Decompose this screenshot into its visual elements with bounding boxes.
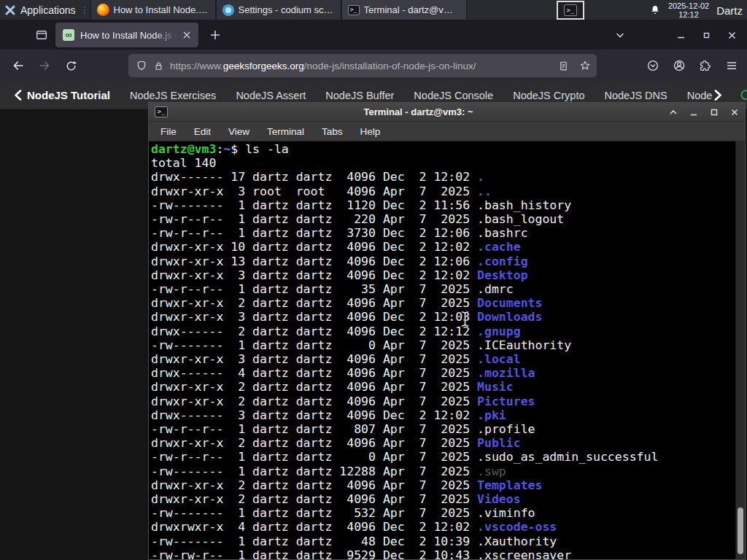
terminal-row: drwxr-xr-x 2 dartz dartz 4096 Apr 7 2025… [151,478,733,492]
nav-item[interactable]: NodeJS Buffer [325,90,394,101]
reader-mode-icon[interactable] [558,61,569,71]
tab-title: How to Install Node.js on [80,30,179,41]
taskbar-item-title: How to Install Node.js o... [114,4,209,15]
url-bar[interactable]: https://www.geeksforgeeks.org/node-js/in… [128,54,597,77]
panel-clock[interactable]: 2025-12-02 12:12 [668,1,709,19]
clock-date: 2025-12-02 [668,1,709,10]
forward-icon[interactable] [34,55,55,77]
nav-item-tutorial[interactable]: NodeJS Tutorial [27,89,110,101]
nav-back-chevron-icon[interactable] [13,90,23,101]
menu-help[interactable]: Help [360,126,381,137]
close-icon[interactable] [727,31,737,40]
terminal-row: -rw-r--r-- 1 dartz dartz 220 Apr 7 2025 … [151,212,733,226]
nav-item[interactable]: NodeJS Assert [236,90,306,101]
ibeam-cursor [460,311,470,327]
extensions-puzzle-icon[interactable] [699,59,712,72]
terminal-title-bar[interactable]: >_ Terminal - dartz@vm3: ~ [149,103,745,122]
system-tray: 2025-12-02 12:12 Dartz [649,0,747,20]
prompt-user: dartz@vm3 [151,142,216,156]
terminal-row: -rw-r--r-- 1 dartz dartz 0 Apr 7 2025 .s… [151,450,733,464]
terminal-row: -rw-r--r-- 1 dartz dartz 3730 Dec 2 12:0… [151,226,733,240]
tab-close-icon[interactable] [179,28,194,42]
taskbar-item-terminal[interactable]: >_ Terminal - dartz@vm3: ~ [341,0,467,20]
minimize-icon[interactable] [676,31,686,40]
terminal-row: -rw------- 1 dartz dartz 48 Dec 2 10:39 … [151,534,733,548]
desktop: Applications How to Install Node.js o...… [0,0,747,560]
list-all-tabs-icon[interactable] [615,30,625,40]
terminal-row: -rw-r--r-- 1 dartz dartz 35 Apr 7 2025 .… [151,282,733,296]
terminal-icon: >_ [155,106,168,117]
menu-edit[interactable]: Edit [194,126,211,137]
shield-icon[interactable] [136,60,147,71]
terminal-screen[interactable]: dartz@vm3:~$ ls -la total 140 drwx------… [149,141,745,559]
url-domain: geeksforgeeks.org [223,61,304,71]
command-text: ls -la [245,142,289,156]
shade-icon[interactable] [669,108,678,117]
terminal-window-controls [669,108,739,117]
reload-icon[interactable] [60,55,82,77]
nav-item[interactable]: NodeJS Crypto [513,90,584,101]
taskbar-item-firefox[interactable]: How to Install Node.js o... [90,0,216,20]
nav-item[interactable]: NodeJS Exercises [130,90,216,101]
terminal-row: drwxr-xr-x 2 dartz dartz 4096 Apr 7 2025… [151,380,733,394]
terminal-window: >_ Terminal - dartz@vm3: ~ File Edit [148,102,746,560]
notification-bell-icon[interactable] [649,4,661,16]
terminal-row: drwxr-xr-x 3 dartz dartz 4096 Dec 2 12:0… [151,268,733,282]
back-icon[interactable] [7,55,29,77]
lock-icon[interactable] [153,61,164,71]
terminal-row: -rw-r--r-- 1 dartz dartz 807 Apr 7 2025 … [151,422,733,436]
applications-label: Applications [20,4,76,16]
terminal-row: drwxr-xr-x 2 dartz dartz 4096 Apr 7 2025… [151,296,733,310]
url-path: /node-js/installation-of-node-js-on-linu… [304,61,476,71]
terminal-row: -rw------- 1 dartz dartz 0 Apr 7 2025 .I… [151,338,733,352]
browser-tab-active[interactable]: ∞ How to Install Node.js on [55,23,198,47]
bookmark-star-icon[interactable] [579,60,591,71]
toolbar-right-icons [646,50,747,82]
menu-tabs[interactable]: Tabs [322,126,343,137]
taskbar-item-title: Settings - codium script... [239,4,335,15]
panel-separator-handle [82,0,88,20]
terminal-row: -rw------- 1 dartz dartz 1120 Dec 2 11:5… [151,198,733,212]
nav-item[interactable]: NodeJS Console [414,90,493,101]
prompt-path: ~ [223,142,231,156]
terminal-row: drwxrwxr-x 4 dartz dartz 4096 Dec 2 12:0… [151,520,733,534]
terminal-icon: >_ [348,5,360,15]
menu-file[interactable]: File [160,126,177,137]
scrollbar-thumb[interactable] [738,508,743,554]
top-panel: Applications How to Install Node.js o...… [0,0,747,20]
terminal-row: -rw-rw-r-- 1 dartz dartz 9529 Dec 2 10:4… [151,548,733,559]
menu-view[interactable]: View [228,126,249,137]
url-text: https://www.geeksforgeeks.org/node-js/in… [170,61,558,71]
terminal-row: -rw------- 1 dartz dartz 532 Apr 7 2025 … [151,506,733,520]
minimize-icon[interactable] [689,108,698,117]
terminal-row: drwxr-xr-x 2 dartz dartz 4096 Apr 7 2025… [151,492,733,506]
terminal-row: -rw------- 1 dartz dartz 12288 Apr 7 202… [151,464,733,478]
close-icon[interactable] [730,108,739,117]
terminal-prompt-line: dartz@vm3:~$ ls -la [151,142,733,156]
terminal-icon: >_ [564,4,577,16]
menu-hamburger-icon[interactable] [725,59,738,72]
applications-menu-button[interactable]: Applications [0,0,82,20]
taskbar: How to Install Node.js o... Settings - c… [90,0,467,20]
applications-logo-icon [4,4,16,16]
firefox-view-icon[interactable] [31,24,53,46]
restore-icon[interactable] [702,31,711,40]
user-menu[interactable]: Dartz [716,4,743,17]
terminal-output: drwx------ 17 dartz dartz 4096 Dec 2 12:… [151,170,733,559]
nav-forward-chevron-icon[interactable] [713,90,723,101]
account-icon[interactable] [673,59,686,72]
nav-item-partial[interactable]: Node [687,90,713,101]
nav-item[interactable]: NodeJS DNS [605,90,667,101]
taskbar-item-title: Terminal - dartz@vm3: ~ [364,4,460,15]
taskbar-item-codium[interactable]: Settings - codium script... [216,0,341,20]
new-tab-button[interactable] [204,24,226,46]
menu-terminal[interactable]: Terminal [267,126,304,137]
pocket-icon[interactable] [646,59,659,72]
terminal-row: drwxr-xr-x 3 root root 4096 Apr 7 2025 .… [151,184,733,198]
terminal-scrollbar[interactable] [735,141,745,559]
terminal-row: drwx------ 4 dartz dartz 4096 Apr 7 2025… [151,366,733,380]
maximize-icon[interactable] [710,108,719,117]
url-prefix: https://www. [170,61,223,71]
search-icon[interactable] [739,88,747,103]
tray-terminal-launcher[interactable]: >_ [557,1,584,20]
